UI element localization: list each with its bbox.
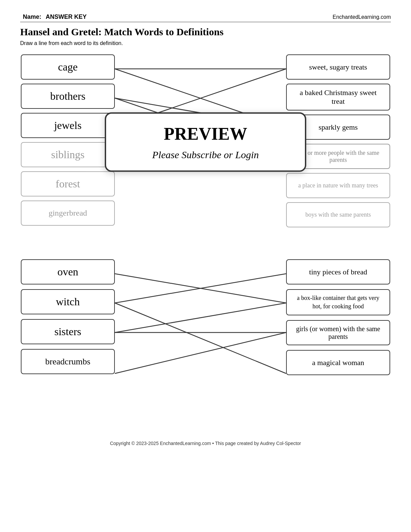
top-section: cage brothers jewels siblings forest gin… bbox=[21, 54, 390, 249]
word-oven: oven bbox=[21, 259, 115, 284]
word-cage: cage bbox=[21, 54, 115, 80]
bottom-lines-svg bbox=[115, 259, 286, 427]
def-magical: a magical woman bbox=[286, 350, 390, 375]
word-jewels: jewels bbox=[21, 113, 115, 138]
def-box-hot: a box-like container that gets very hot,… bbox=[286, 289, 390, 315]
answer-key-text: ANSWER KEY bbox=[46, 13, 87, 20]
def-girls-parents: girls (or women) with the same parents bbox=[286, 320, 390, 345]
bottom-defs-col: tiny pieces of bread a box-like containe… bbox=[286, 259, 390, 375]
def-christmasy: a baked Christmasy sweet treat bbox=[286, 84, 390, 110]
def-sweet: sweet, sugary treats bbox=[286, 54, 390, 80]
word-sisters: sisters bbox=[21, 319, 115, 344]
svg-line-9 bbox=[115, 303, 286, 373]
top-words-col: cage brothers jewels siblings forest gin… bbox=[21, 54, 115, 226]
word-breadcrumbs: breadcrumbs bbox=[21, 349, 115, 374]
svg-line-10 bbox=[115, 303, 286, 332]
bottom-words-col: oven witch sisters breadcrumbs bbox=[21, 259, 115, 374]
name-label: Name: ANSWER KEY bbox=[20, 13, 87, 20]
instructions: Draw a line from each word to its defini… bbox=[20, 40, 391, 46]
preview-subtitle: Please Subscribe or Login bbox=[126, 149, 285, 161]
word-forest: forest bbox=[21, 171, 115, 196]
preview-title: PREVIEW bbox=[126, 124, 285, 144]
word-siblings: siblings bbox=[21, 142, 115, 167]
preview-overlay: PREVIEW Please Subscribe or Login bbox=[105, 113, 306, 172]
word-witch: witch bbox=[21, 289, 115, 314]
bottom-section: oven witch sisters breadcrumbs tiny piec… bbox=[21, 259, 390, 427]
name-text: Name: bbox=[23, 13, 41, 20]
def-with-parents: boys with the same parents bbox=[286, 202, 390, 227]
def-tiny-bread: tiny pieces of bread bbox=[286, 259, 390, 284]
def-place-in: a place in nature with many trees bbox=[286, 173, 390, 198]
page-title: Hansel and Gretel: Match Words to Defini… bbox=[20, 26, 391, 38]
word-gingerbread: gingerbread bbox=[21, 201, 115, 226]
header: Name: ANSWER KEY EnchantedLearning.com bbox=[20, 13, 391, 22]
footer: Copyright © 2023-2025 EnchantedLearning.… bbox=[20, 441, 391, 446]
word-brothers: brothers bbox=[21, 84, 115, 109]
site-name: EnchantedLearning.com bbox=[333, 14, 391, 20]
